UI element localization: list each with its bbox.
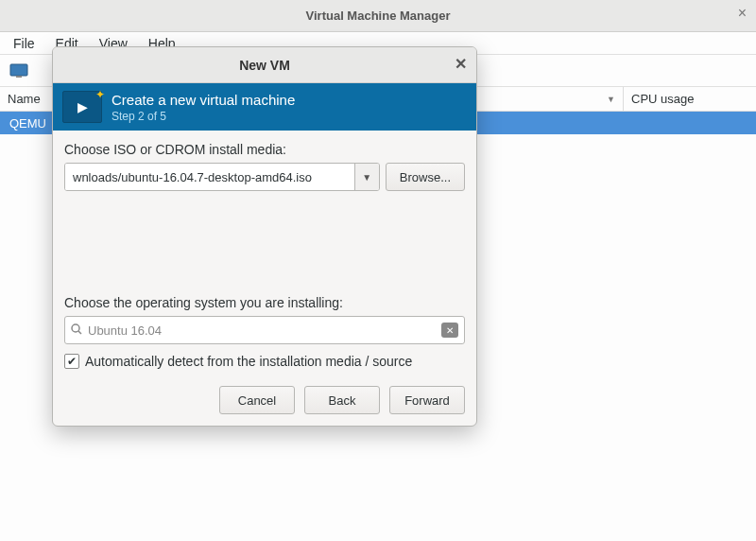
autodetect-row[interactable]: ✔ Automatically detect from the installa… [64,354,465,369]
browse-button[interactable]: Browse... [386,163,465,191]
cancel-button[interactable]: Cancel [219,386,295,414]
column-name-label: Name [8,92,41,106]
media-input[interactable] [65,164,354,190]
monitor-icon [9,63,28,79]
dialog-close-icon[interactable]: ✕ [455,55,467,73]
dialog-actions: Cancel Back Forward [53,375,476,426]
dialog-body: Choose ISO or CDROM install media: ▼ Bro… [53,131,476,375]
os-search[interactable]: Ubuntu 16.04 ✕ [64,316,465,344]
svg-rect-0 [10,64,27,76]
dialog-title: New VM [239,58,290,73]
media-dropdown-toggle[interactable]: ▼ [354,164,379,190]
chevron-down-icon: ▼ [607,95,615,104]
new-vm-dialog: New VM ✕ ✦ Create a new virtual machine … [52,46,477,427]
os-label: Choose the operating system you are inst… [64,295,465,310]
media-label: Choose ISO or CDROM install media: [64,142,465,157]
svg-rect-1 [16,76,22,78]
dialog-header: ✦ Create a new virtual machine Step 2 of… [53,83,476,131]
dialog-heading: Create a new virtual machine [112,92,295,108]
forward-button[interactable]: Forward [389,386,465,414]
back-button[interactable]: Back [304,386,380,414]
vm-icon: ✦ [62,91,102,123]
column-cpu[interactable]: CPU usage [624,87,756,111]
star-icon: ✦ [95,88,105,101]
dialog-step: Step 2 of 5 [112,110,295,123]
autodetect-label: Automatically detect from the installati… [85,354,412,369]
main-close-icon[interactable]: × [738,5,747,22]
autodetect-checkbox[interactable]: ✔ [64,354,79,369]
main-titlebar: Virtual Machine Manager × [0,0,756,32]
search-icon [71,323,82,338]
menu-file[interactable]: File [4,34,44,53]
svg-point-2 [72,324,79,332]
svg-line-3 [78,331,81,334]
new-vm-toolbutton[interactable] [6,59,32,83]
connection-label: QEMU [9,116,46,131]
clear-icon[interactable]: ✕ [441,323,458,338]
dialog-titlebar: New VM ✕ [53,47,476,83]
main-title: Virtual Machine Manager [306,9,451,23]
os-search-value: Ubuntu 16.04 [88,323,436,338]
media-combo[interactable]: ▼ [64,163,380,191]
column-cpu-label: CPU usage [631,92,694,106]
